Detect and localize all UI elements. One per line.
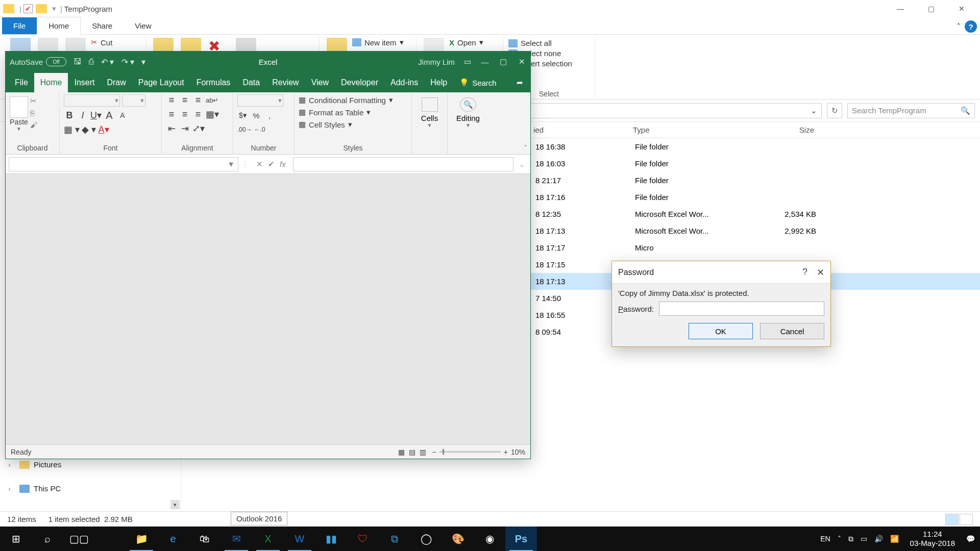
name-box[interactable]: ▼ — [9, 157, 238, 171]
wrap-text-button[interactable]: ab↵ — [206, 94, 218, 106]
view-pagebreak-icon[interactable]: ▥ — [420, 448, 426, 456]
cancel-formula-icon[interactable]: ✕ — [256, 160, 263, 169]
percent-button[interactable]: % — [251, 110, 262, 121]
zoom-in-button[interactable]: + — [504, 448, 508, 456]
ribbon-collapse-icon[interactable]: ˄ — [957, 22, 961, 32]
nav-scroll-down[interactable]: ▾ — [170, 500, 180, 509]
currency-button[interactable]: $▾ — [237, 110, 249, 121]
tab-view[interactable]: View — [124, 17, 162, 34]
tb-word[interactable]: W — [284, 527, 315, 551]
zoom-slider[interactable] — [439, 451, 501, 453]
view-large-button[interactable] — [960, 514, 973, 525]
cancel-button[interactable]: Cancel — [760, 323, 824, 339]
zoom-out-button[interactable]: − — [432, 448, 436, 456]
border-button[interactable]: ▦ ▾ — [64, 124, 80, 135]
dialog-help-icon[interactable]: ? — [802, 267, 807, 278]
close-button[interactable]: ✕ — [946, 0, 977, 17]
conditional-formatting-button[interactable]: ▦Conditional Formatting ▾ — [299, 95, 407, 105]
tab-share[interactable]: Share — [81, 17, 124, 34]
autosave-toggle[interactable]: AutoSave Off — [10, 57, 66, 66]
number-format-dropdown[interactable]: ▼ — [237, 94, 283, 107]
tray-volume-icon[interactable]: 🔊 — [874, 535, 883, 543]
tray-dropbox-icon[interactable]: ⧉ — [848, 535, 853, 543]
tray-overflow-icon[interactable]: ˄ — [838, 535, 841, 543]
help-icon[interactable]: ? — [965, 20, 977, 33]
fill-color-button[interactable]: ◆ ▾ — [82, 124, 96, 135]
search-button[interactable]: ⌕ — [32, 527, 63, 551]
cell-styles-button[interactable]: ▦Cell Styles ▾ — [299, 120, 407, 129]
view-details-button[interactable] — [945, 514, 959, 525]
tb-store[interactable]: 🛍 — [189, 527, 220, 551]
comma-button[interactable]: , — [264, 110, 275, 121]
orientation-button[interactable]: ⤢▾ — [192, 123, 205, 134]
xl-tab-insert[interactable]: Insert — [68, 73, 101, 92]
save-icon[interactable]: 🖫 — [74, 57, 82, 66]
tb-app2[interactable]: ◯ — [410, 527, 442, 551]
increase-decimal-button[interactable]: .00→ — [237, 124, 252, 135]
xl-tab-developer[interactable]: Developer — [335, 73, 384, 92]
format-as-table-button[interactable]: ▦Format as Table ▾ — [299, 108, 407, 117]
indent-inc-button[interactable]: ⇥ — [179, 123, 190, 134]
ok-button[interactable]: OK — [689, 323, 753, 339]
tray-battery-icon[interactable]: ▭ — [861, 535, 867, 543]
underline-button[interactable]: U ▾ — [90, 110, 102, 121]
xl-tab-review[interactable]: Review — [266, 73, 305, 92]
dialog-close-icon[interactable]: ✕ — [817, 267, 824, 278]
select-all-button[interactable]: Select all — [508, 39, 572, 47]
maximize-button[interactable]: ▢ — [499, 57, 508, 66]
font-name-dropdown[interactable]: ▼ — [64, 94, 120, 107]
start-button[interactable]: ⊞ — [0, 527, 32, 551]
indent-dec-button[interactable]: ⇤ — [166, 123, 177, 134]
tb-explorer[interactable]: 📁 — [126, 527, 157, 551]
xl-share-button[interactable]: ➦ — [512, 73, 527, 92]
col-size[interactable]: Size — [727, 126, 819, 134]
account-name[interactable]: Jimmy Lim — [418, 58, 455, 66]
checkbox-icon[interactable]: ✔ — [23, 4, 33, 13]
bold-button[interactable]: B — [64, 110, 75, 121]
xl-tab-draw[interactable]: Draw — [101, 73, 132, 92]
tab-home[interactable]: Home — [37, 17, 81, 35]
refresh-button[interactable]: ↻ — [827, 103, 842, 118]
xl-tab-data[interactable]: Data — [236, 73, 266, 92]
align-right-button[interactable]: ≡ — [192, 109, 204, 120]
xl-tab-addins[interactable]: Add-ins — [384, 73, 424, 92]
xl-tab-file[interactable]: File — [9, 73, 34, 92]
copy-icon[interactable]: ⎘ — [30, 109, 38, 117]
worksheet-area[interactable] — [6, 174, 530, 444]
fx-icon[interactable]: fx — [280, 160, 286, 168]
redo-icon[interactable]: ↷ ▾ — [121, 57, 134, 67]
format-painter-icon[interactable]: 🖌 — [30, 120, 38, 129]
formula-input[interactable] — [293, 157, 513, 171]
xl-search[interactable]: 💡Search — [453, 73, 503, 92]
undo-icon[interactable]: ↶ ▾ — [101, 57, 114, 67]
search-box[interactable]: Search TempProgram🔍 — [847, 103, 975, 118]
minimize-button[interactable]: — — [480, 58, 489, 66]
close-button[interactable]: ✕ — [517, 57, 526, 66]
password-input[interactable] — [659, 302, 824, 316]
font-size-dropdown[interactable]: ▼ — [122, 94, 145, 107]
tray-lang[interactable]: EN — [820, 535, 830, 543]
ribbon-mode-icon[interactable]: ▭ — [464, 57, 471, 66]
tb-excel[interactable]: X — [252, 527, 284, 551]
tb-dropbox[interactable]: ⧉ — [379, 527, 410, 551]
cut-icon[interactable]: ✂ — [30, 96, 38, 106]
new-item-button[interactable]: New item ▾ — [352, 38, 404, 47]
cells-button[interactable]: Cells ▼ — [416, 94, 443, 143]
align-top-button[interactable]: ≡ — [166, 94, 177, 106]
nav-this-pc[interactable]: ›This PC — [0, 481, 181, 496]
italic-button[interactable]: I — [77, 110, 88, 121]
tb-edge[interactable]: e — [157, 527, 189, 551]
col-type[interactable]: Type — [628, 126, 727, 134]
paste-button[interactable]: Paste ▼ — [10, 96, 28, 143]
xl-tab-help[interactable]: Help — [424, 73, 453, 92]
font-color-button[interactable]: A ▾ — [98, 124, 109, 135]
nav-pictures[interactable]: ›Pictures — [0, 457, 181, 472]
tb-photoshop[interactable]: Ps — [505, 527, 537, 551]
align-bottom-button[interactable]: ≡ — [192, 94, 204, 106]
tb-outlook[interactable]: ✉ — [220, 527, 252, 551]
qat-more-icon[interactable]: ▾ — [141, 57, 145, 67]
xl-tab-formulas[interactable]: Formulas — [190, 73, 237, 92]
grow-font-button[interactable]: A — [104, 110, 115, 121]
tb-mcafee[interactable]: 🛡 — [347, 527, 379, 551]
merge-button[interactable]: ▦▾ — [206, 109, 219, 120]
